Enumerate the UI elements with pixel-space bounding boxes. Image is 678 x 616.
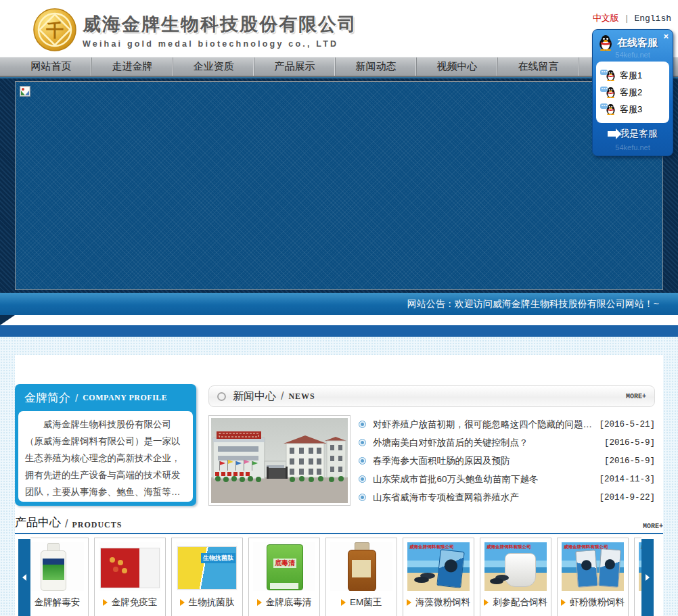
news-item[interactable]: 山东荣成市首批60万头鲍鱼幼苗南下越冬 [2014-11-3] (359, 470, 655, 488)
product-image (30, 542, 84, 591)
product-label (635, 596, 641, 603)
nav-item[interactable]: 产品展示 (254, 57, 336, 76)
lang-divider: | (625, 13, 627, 23)
nav-item-label: 视频中心 (437, 60, 478, 73)
product-image: 威海金牌饲料有限公司 (407, 542, 470, 591)
products-more-link[interactable]: MORE+ (643, 523, 663, 530)
product-name: EM菌王 (350, 596, 382, 609)
qq-agent-item[interactable]: 客服2 (600, 84, 665, 101)
product-card[interactable]: 威海金牌饲料有限公司 刺参配合饲料 (480, 538, 551, 616)
banner-image-placeholder (15, 81, 663, 290)
product-name: 金牌免疫宝 (112, 596, 158, 609)
right-arrow-icon (646, 574, 650, 581)
product-image: 威海金牌饲料有限公司 (484, 542, 547, 591)
company-profile-text: 威海金牌生物科技股份有限公司（原威海金牌饲料有限公司）是一家以生态养殖为核心理念… (25, 417, 186, 501)
product-package-text: 威海金牌饲料有限公司 (409, 544, 454, 550)
lang-chinese-link[interactable]: 中文版 (593, 13, 619, 23)
orange-bullet-icon (103, 599, 108, 606)
page: 千 威海金牌生物科技股份有限公司 Weihai gold medal biote… (0, 0, 678, 616)
chat-bubble-icon (600, 70, 608, 75)
company-profile-header: 金牌简介 / COMPANY PROFILE (15, 384, 196, 411)
product-card[interactable]: 底毒清 金牌底毒清 (248, 538, 320, 616)
product-card[interactable]: 金牌免疫宝 (94, 538, 166, 616)
qq-footer-link[interactable]: 我是客服 (593, 124, 673, 143)
product-image: 生物抗菌肽 (176, 542, 238, 591)
product-image: 底毒清 (253, 542, 315, 591)
product-label: EM菌王 (326, 596, 397, 609)
news-item[interactable]: 山东省威海市专项检查网箱养殖水产 [2014-9-22] (359, 488, 655, 506)
nav-item[interactable]: 走进金牌 (92, 57, 173, 76)
product-name: 虾粉微粉饲料 (570, 596, 625, 609)
carousel-prev-button[interactable] (18, 539, 30, 616)
profile-title-en: COMPANY PROFILE (83, 393, 167, 403)
nav-item[interactable]: 网站首页 (11, 57, 92, 76)
product-image: 威海金牌饲料有限公司 (562, 542, 624, 591)
nav-item-label: 走进金牌 (112, 60, 153, 73)
news-item-date: [2014-9-22] (599, 493, 655, 502)
product-card[interactable]: 威海金牌饲料有限公司 海藻微粉饲料 (403, 538, 474, 616)
main-nav: 网站首页走进金牌企业资质产品展示新闻动态视频中心在线留言 (0, 57, 678, 77)
nav-item-label: 网站首页 (31, 60, 72, 73)
news-bullet-icon (359, 494, 366, 501)
nav-item[interactable]: 企业资质 (173, 57, 254, 76)
product-label: 生物抗菌肽 (172, 596, 242, 609)
qq-watermark: 54kefu.net (593, 51, 673, 60)
carousel-next-button[interactable] (641, 539, 654, 616)
product-package-text (352, 560, 371, 577)
orange-bullet-icon (484, 599, 489, 606)
qq-watermark: 54kefu.net (593, 143, 673, 153)
qq-service-widget: × 在线客服 54kefu.net 客服1 (592, 29, 673, 156)
profile-title-cn: 金牌简介 (24, 390, 70, 406)
qq-agent-label: 客服1 (620, 70, 642, 82)
product-label: 金牌解毒安 (30, 596, 88, 609)
product-label: 刺参配合饲料 (480, 596, 551, 609)
news-item[interactable]: 对虾养殖户放苗初期，很可能忽略这四个隐藏的问题… [2016-5-21] (359, 415, 655, 433)
news-section-header: 新闻中心 / NEWS MORE+ (208, 385, 655, 407)
nav-item-label: 新闻动态 (356, 60, 397, 73)
nav-item-label: 企业资质 (194, 60, 234, 73)
orange-bullet-icon (257, 599, 262, 606)
chat-bubble-icon (600, 87, 608, 92)
nav-item[interactable]: 视频中心 (417, 57, 498, 76)
product-name: 金牌解毒安 (35, 596, 81, 609)
qq-agent-list: 客服1 客服2 客服3 (596, 62, 669, 123)
orange-bullet-icon (561, 599, 566, 606)
qq-agent-label: 客服3 (620, 103, 642, 116)
company-name-block: 威海金牌生物科技股份有限公司 Weihai gold medal biotech… (83, 12, 357, 49)
product-card[interactable]: 金牌解毒安 (30, 538, 89, 616)
products-title-cn: 产品中心 (15, 515, 61, 530)
qq-agent-item[interactable]: 客服3 (600, 101, 665, 118)
broken-image-icon (20, 86, 30, 97)
nav-item-label: 产品展示 (275, 60, 315, 73)
news-title-divider: / (281, 390, 284, 402)
company-name-cn: 威海金牌生物科技股份有限公司 (83, 12, 357, 37)
product-card[interactable]: 生物抗菌肽 生物抗菌肽 (171, 538, 243, 616)
lang-english-link[interactable]: English (634, 14, 671, 24)
news-list: 对虾养殖户放苗初期，很可能忽略这四个隐藏的问题… [2016-5-21] 外塘南… (359, 415, 655, 506)
carousel-viewport: 金牌解毒安 金牌免疫宝 生物抗菌肽 生物抗菌肽 底毒清 金牌底毒清 (30, 538, 641, 616)
content-background: 金牌简介 / COMPANY PROFILE 威海金牌生物科技股份有限公司（原威… (0, 337, 678, 616)
left-arrow-icon (22, 574, 26, 581)
company-profile-box: 金牌简介 / COMPANY PROFILE 威海金牌生物科技股份有限公司（原威… (15, 384, 196, 506)
product-package-text (43, 559, 64, 580)
news-item-title: 山东荣成市首批60万头鲍鱼幼苗南下越冬 (373, 473, 593, 485)
news-item[interactable]: 春季海参大面积吐肠的原因及预防 [2016-5-9] (359, 452, 655, 470)
product-card[interactable]: 威海金牌饲料有限公司 (634, 538, 641, 616)
news-more-link[interactable]: MORE+ (626, 393, 646, 400)
ring-icon (217, 392, 226, 401)
qq-agent-item[interactable]: 客服1 (600, 67, 665, 84)
close-icon[interactable]: × (663, 32, 669, 41)
product-card[interactable]: 威海金牌饲料有限公司 虾粉微粉饲料 (557, 538, 629, 616)
product-card[interactable]: EM菌王 (325, 538, 397, 616)
news-item-date: [2016-5-9] (604, 438, 655, 448)
news-item-date: [2014-11-3] (599, 475, 655, 484)
news-photo[interactable] (208, 415, 351, 506)
nav-item[interactable]: 在线留言 (498, 57, 579, 76)
orange-bullet-icon (407, 599, 411, 606)
nav-item[interactable]: 新闻动态 (336, 57, 417, 76)
right-arrow-icon (608, 131, 616, 137)
news-item-title: 外塘南美白对虾放苗后的关键控制点？ (373, 437, 599, 449)
product-name: 刺参配合饲料 (493, 596, 547, 609)
news-item[interactable]: 外塘南美白对虾放苗后的关键控制点？ [2016-5-9] (359, 433, 655, 452)
announcement-text: 网站公告：欢迎访问威海金牌生物科技股份有限公司网站！~ (407, 298, 659, 309)
